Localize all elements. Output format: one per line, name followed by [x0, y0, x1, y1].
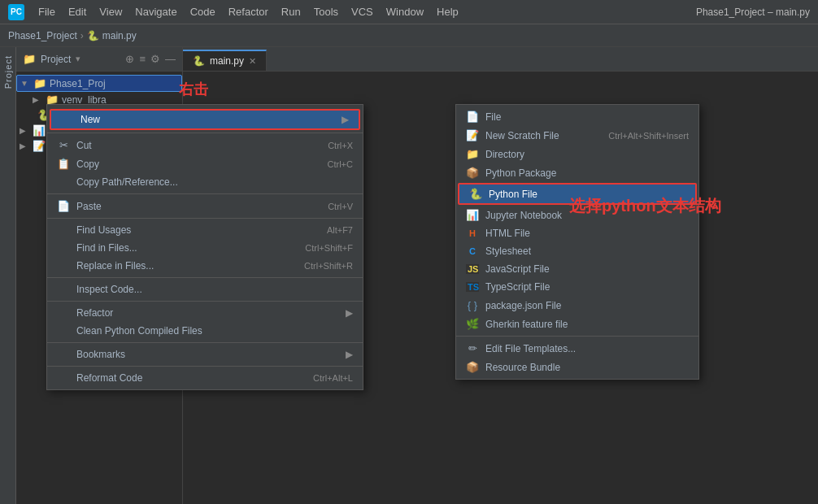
ctx-item-gherkin[interactable]: 🌿 Gherkin feature file	[456, 315, 698, 333]
panel-icons: ⊕ ≡ ⚙ —	[125, 53, 176, 65]
menu-refactor[interactable]: Refactor	[223, 4, 274, 20]
ctx-label: Find Usages	[76, 224, 131, 236]
project-panel-title: Project	[41, 54, 71, 65]
submenu-arrow-icon: ▶	[346, 307, 353, 319]
ctx-item-python-package[interactable]: 📦 Python Package	[456, 163, 698, 182]
hide-icon[interactable]: —	[165, 53, 176, 65]
breadcrumb-separator: ›	[80, 30, 84, 41]
ctx-label: Python File	[489, 189, 537, 200]
ctx-label: Copy Path/Reference...	[76, 176, 178, 188]
sidebar-tab-label: Project	[3, 55, 13, 89]
scratches-icon: 📝	[33, 140, 46, 152]
dropdown-arrow-icon[interactable]: ▾	[76, 54, 80, 64]
ctx-label: Jupyter Notebook	[485, 210, 562, 221]
ctx-item-paste[interactable]: 📄 Paste Ctrl+V	[47, 197, 363, 215]
ctx-item-find-in-files[interactable]: Find in Files... Ctrl+Shift+F	[47, 239, 363, 257]
ctx-label: New Scratch File	[485, 130, 559, 141]
ctx-item-html[interactable]: H HTML File	[456, 224, 698, 242]
css-icon: C	[466, 246, 479, 256]
breadcrumb-project[interactable]: Phase1_Project	[8, 30, 77, 41]
sidebar-tab[interactable]: Project	[0, 47, 16, 504]
ctx-item-resource-bundle[interactable]: 📦 Resource Bundle	[456, 358, 698, 376]
shortcut: Ctrl+X	[328, 141, 353, 150]
ctx-item-refactor[interactable]: Refactor ▶	[47, 304, 363, 322]
menu-window[interactable]: Window	[381, 4, 429, 20]
menu-help[interactable]: Help	[431, 4, 464, 20]
editor-tabs: 🐍 main.py ✕	[183, 47, 818, 72]
ctx-item-python-file[interactable]: 🐍 Python File	[458, 183, 697, 205]
editor-tab-mainpy[interactable]: 🐍 main.py ✕	[183, 50, 267, 71]
ctx-item-new[interactable]: New ▶	[50, 109, 360, 130]
ctx-item-cut[interactable]: ✂ Cut Ctrl+X	[47, 136, 363, 154]
resource-bundle-icon: 📦	[466, 361, 479, 373]
menu-code[interactable]: Code	[185, 4, 221, 20]
menu-navigate[interactable]: Navigate	[129, 4, 182, 20]
ctx-item-reformat[interactable]: Reformat Code Ctrl+Alt+L	[47, 369, 363, 387]
copy-icon: 📋	[57, 158, 70, 170]
tab-close-icon[interactable]: ✕	[249, 56, 256, 67]
ctx-item-copy-path[interactable]: Copy Path/Reference...	[47, 173, 363, 191]
tree-item-phase1project[interactable]: ▼ 📁 Phase1_Proj	[16, 75, 182, 92]
ctx-label: JavaScript File	[485, 263, 550, 275]
ctx-item-bookmarks[interactable]: Bookmarks ▶	[47, 345, 363, 363]
ctx-label: Directory	[485, 149, 524, 160]
paste-icon: 📄	[57, 200, 70, 212]
menu-file[interactable]: File	[33, 4, 61, 20]
ctx-item-replace-in-files[interactable]: Replace in Files... Ctrl+Shift+R	[47, 257, 363, 275]
separator	[47, 133, 363, 133]
ctx-item-jupyter[interactable]: 📊 Jupyter Notebook	[456, 206, 698, 224]
tab-label: main.py	[210, 55, 244, 67]
ctx-label: Resource Bundle	[485, 362, 560, 373]
ctx-item-inspect[interactable]: Inspect Code...	[47, 280, 363, 298]
expand-icon: ▶	[20, 126, 29, 135]
menu-edit[interactable]: Edit	[63, 4, 92, 20]
edit-templates-icon: ✏	[466, 342, 479, 354]
ctx-label-new: New	[80, 114, 100, 125]
locate-icon[interactable]: ⊕	[125, 53, 134, 65]
ctx-item-new-scratch[interactable]: 📝 New Scratch File Ctrl+Alt+Shift+Insert	[456, 126, 698, 145]
shortcut: Alt+F7	[327, 225, 353, 235]
shortcut: Ctrl+C	[328, 159, 353, 169]
menu-bar: File Edit View Navigate Code Refactor Ru…	[33, 4, 696, 20]
ctx-item-typescript[interactable]: TS TypeScript File	[456, 278, 698, 296]
menu-tools[interactable]: Tools	[308, 4, 344, 20]
breadcrumb-file[interactable]: 🐍 main.py	[87, 30, 137, 41]
libraries-icon: 📊	[33, 124, 46, 137]
python-package-icon: 📦	[466, 167, 479, 179]
ctx-item-directory[interactable]: 📁 Directory	[456, 145, 698, 163]
settings-icon[interactable]: ⚙	[150, 53, 160, 65]
ctx-item-javascript[interactable]: JS JavaScript File	[456, 260, 698, 278]
ctx-item-file[interactable]: 📄 File	[456, 107, 698, 126]
expand-icon: ▶	[33, 95, 42, 104]
ctx-label: Bookmarks	[76, 349, 125, 360]
shortcut: Ctrl+Shift+F	[305, 243, 353, 253]
ts-icon: TS	[466, 282, 479, 292]
ctx-label: Reformat Code	[76, 372, 142, 384]
submenu-arrow-icon: ▶	[342, 114, 349, 125]
collapse-icon[interactable]: ≡	[139, 53, 146, 65]
ctx-item-find-usages[interactable]: Find Usages Alt+F7	[47, 221, 363, 239]
menu-view[interactable]: View	[94, 4, 128, 20]
cut-icon: ✂	[57, 139, 70, 151]
separator	[47, 342, 363, 343]
ctx-item-package-json[interactable]: { } package.json File	[456, 296, 698, 315]
ctx-item-clean[interactable]: Clean Python Compiled Files	[47, 322, 363, 340]
ctx-item-stylesheet[interactable]: C Stylesheet	[456, 242, 698, 260]
ctx-label: package.json File	[485, 300, 561, 311]
js-icon: JS	[466, 264, 479, 274]
menu-run[interactable]: Run	[276, 4, 307, 20]
ctx-label: Refactor	[76, 307, 113, 319]
shortcut: Ctrl+V	[328, 202, 353, 211]
ctx-label: Paste	[76, 201, 102, 212]
ctx-label: TypeScript File	[485, 281, 550, 293]
ctx-label: Replace in Files...	[76, 260, 154, 272]
separator	[47, 277, 363, 278]
shortcut: Ctrl+Shift+R	[304, 261, 353, 271]
gherkin-icon: 🌿	[466, 318, 479, 330]
jupyter-icon: 📊	[466, 209, 479, 221]
ctx-label: Cut	[76, 140, 92, 151]
ctx-item-edit-templates[interactable]: ✏ Edit File Templates...	[456, 339, 698, 358]
ctx-item-copy[interactable]: 📋 Copy Ctrl+C	[47, 154, 363, 173]
file-icon: 🐍	[87, 30, 99, 41]
menu-vcs[interactable]: VCS	[346, 4, 379, 20]
